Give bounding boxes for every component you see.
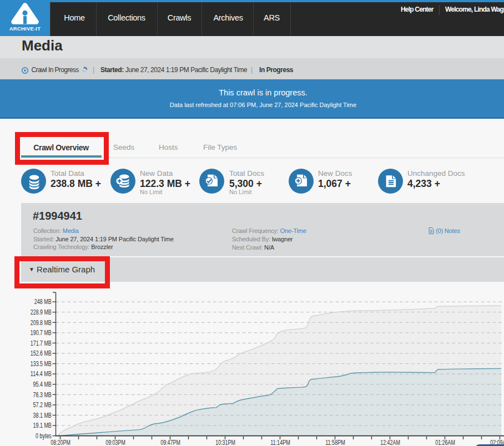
svg-text:57.2 MB: 57.2 MB bbox=[33, 401, 52, 409]
svg-text:114.4 MB: 114.4 MB bbox=[31, 370, 52, 378]
svg-text:76.3 MB: 76.3 MB bbox=[33, 391, 52, 399]
svg-text:228.9 MB: 228.9 MB bbox=[31, 308, 52, 316]
svg-text:0 bytes: 0 bytes bbox=[36, 432, 52, 440]
svg-text:152.6 MB: 152.6 MB bbox=[31, 349, 52, 357]
svg-text:12:42AM: 12:42AM bbox=[380, 439, 400, 446]
svg-text:171.7 MB: 171.7 MB bbox=[31, 339, 52, 347]
svg-text:190.7 MB: 190.7 MB bbox=[31, 329, 52, 337]
svg-text:08:20PM: 08:20PM bbox=[51, 439, 70, 446]
svg-text:19.1 MB: 19.1 MB bbox=[33, 422, 52, 429]
svg-text:11:14PM: 11:14PM bbox=[270, 439, 290, 446]
svg-text:95.4 MB: 95.4 MB bbox=[33, 381, 52, 388]
svg-text:09:03PM: 09:03PM bbox=[105, 439, 125, 446]
svg-text:10:31PM: 10:31PM bbox=[215, 439, 235, 446]
svg-text:248 MB: 248 MB bbox=[34, 298, 52, 306]
svg-text:01:26AM: 01:26AM bbox=[435, 439, 455, 446]
svg-text:09:47PM: 09:47PM bbox=[160, 439, 180, 446]
svg-text:209.8 MB: 209.8 MB bbox=[31, 319, 52, 327]
svg-text:38.1 MB: 38.1 MB bbox=[33, 412, 52, 419]
svg-text:133.5 MB: 133.5 MB bbox=[31, 360, 52, 368]
svg-text:11:58PM: 11:58PM bbox=[325, 439, 345, 446]
